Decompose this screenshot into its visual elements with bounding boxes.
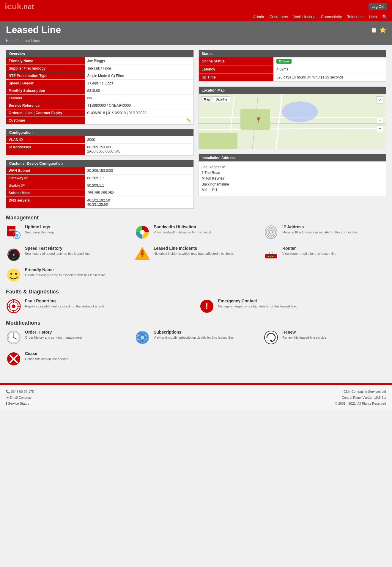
overview-table: Friendly Name Joe Bloggs Supplier / Tech…	[6, 57, 193, 124]
emergency-svg: !	[199, 299, 215, 314]
emergency-icon: !	[199, 299, 215, 314]
card-renew[interactable]: Renew Renew this leased line service.	[263, 330, 386, 345]
card-title-ip-address: IP Address	[282, 224, 358, 229]
svg-text:!: !	[205, 301, 208, 310]
nav-connectivity[interactable]: Connectivity	[321, 15, 342, 19]
status-label-1: Latency	[199, 65, 274, 73]
config-value-0: 3000	[85, 136, 193, 144]
footer-status[interactable]: ℹ Service Status	[6, 401, 34, 407]
device-config-panel: Customer Device Configuration WAN Subnet…	[6, 160, 194, 209]
footer-phone: 📞 0345 00 99 175	[6, 389, 34, 395]
map-zoom-minus-icon[interactable]: −	[377, 125, 383, 132]
footer-left: 📞 0345 00 99 175 ✉ Email Contacts ℹ Serv…	[6, 389, 34, 406]
footer-email[interactable]: ✉ Email Contacts	[6, 395, 34, 401]
map-expand-icon[interactable]: ⤢	[376, 96, 383, 103]
map-btn-map[interactable]: Map	[201, 96, 213, 102]
table-row: Gateway IP 80.209.1.1	[6, 175, 193, 182]
map-btn-satellite[interactable]: Satellite	[213, 96, 230, 102]
device-value-4: 46.102.192.5046.33.128.50	[85, 197, 193, 208]
router-svg	[263, 246, 279, 261]
overview-label-6: Service Reference	[6, 102, 85, 109]
incidents-icon: !	[135, 246, 150, 261]
cease-svg	[6, 351, 21, 367]
card-bandwidth[interactable]: Bandwidth Utilisation View bandwidth uti…	[135, 224, 257, 240]
table-row: Up Time 326 days 14 hours 34 minutes 29 …	[199, 73, 386, 81]
card-desc-bandwidth: View bandwidth utilisation for this circ…	[154, 230, 212, 235]
card-emergency-contact[interactable]: ! Emergency Contact Manage emergency con…	[199, 299, 386, 314]
card-text-renew: Renew Renew this leased line service.	[282, 330, 327, 340]
card-desc-fault-reporting: Report a possible fault or check on the …	[25, 304, 105, 309]
table-row: Failover No	[6, 95, 193, 102]
card-speed-test[interactable]: 80 Speed Test History See history of spe…	[6, 246, 129, 261]
card-incidents[interactable]: ! Leased Line Incidents Historical incid…	[135, 246, 257, 261]
table-row: DNS servers 46.102.192.5046.33.128.50	[6, 197, 193, 208]
management-title: Management	[6, 215, 386, 221]
card-order-history[interactable]: Order History Order history and contact …	[6, 330, 129, 345]
card-title-router: Router	[282, 246, 337, 251]
table-row: Online Status Online	[199, 57, 386, 65]
svg-point-38	[15, 273, 17, 275]
card-uptime-logs[interactable]: LOGS 🌐 Uptime Logs See connection logs.	[6, 224, 129, 240]
nav-help[interactable]: Help	[369, 15, 377, 19]
nav-admin[interactable]: Admin	[253, 15, 264, 19]
logo-net: .net	[21, 3, 34, 11]
breadcrumb: Home / Leased Lines	[0, 38, 392, 45]
speed-svg: 80	[6, 246, 21, 261]
overview-value-3: 1 Gbps / 1 Gbps	[85, 80, 193, 87]
card-text-fault-reporting: Fault Reporting Report a possible fault …	[25, 299, 105, 309]
logo-icuk: icuk	[5, 2, 21, 11]
table-row: Speed / Bearer 1 Gbps / 1 Gbps	[6, 80, 193, 87]
svg-point-21	[270, 230, 273, 234]
overview-value-7: 01/08/2018 | 01/10/2018 | 01/10/2022	[85, 109, 193, 117]
overview-value-0: Joe Bloggs	[85, 57, 193, 65]
modifications-cards-bottom: Cease Cease this leased line service.	[6, 351, 386, 367]
star-icon[interactable]: ⭐	[380, 27, 386, 33]
card-ip-address[interactable]: IP Address Manage IP addresses associate…	[263, 224, 386, 240]
bandwidth-icon	[135, 224, 150, 240]
card-desc-speed-test: See history of speed tests on this lease…	[25, 252, 91, 256]
card-text-uptime-logs: Uptime Logs See connection logs.	[25, 224, 55, 235]
svg-rect-8	[199, 133, 237, 149]
svg-point-17	[140, 230, 145, 235]
table-row: IP Addresses 80.209.153.0/312A00:0000:00…	[6, 144, 193, 155]
card-desc-incidents: Historical incidents which may have affe…	[154, 252, 234, 256]
device-value-1: 80.209.1.1	[85, 175, 193, 182]
search-icon[interactable]: 🔍	[382, 14, 387, 19]
config-table: VLAN ID 3000 IP Addresses 80.209.153.0/3…	[6, 136, 193, 155]
nav-telecoms[interactable]: Telecoms	[347, 15, 363, 19]
card-friendly-name[interactable]: Friendly Name Create a friendly name to …	[6, 267, 129, 283]
device-label-0: WAN Subnet	[6, 167, 85, 175]
logout-button[interactable]: Log Out	[369, 3, 387, 10]
edit-icon[interactable]: ✏️	[187, 118, 191, 122]
svg-point-9	[282, 101, 318, 122]
two-col-layout: Overview Friendly Name Joe Bloggs Suppli…	[6, 50, 386, 209]
table-row: Supplier / Technology TalkTalk / Fibre	[6, 65, 193, 72]
modifications-cards-top: Order History Order history and contact …	[6, 330, 386, 345]
svg-point-45	[12, 304, 15, 308]
table-row: Latency 4.02ms	[199, 65, 386, 73]
card-text-subscriptions: Subscriptions View and modify subscripti…	[154, 330, 234, 340]
nav-customers[interactable]: Customers	[269, 15, 288, 19]
overview-label-7: Ordered | Live | Contract Expiry	[6, 109, 85, 117]
top-header: icuk.net Log Out	[0, 0, 392, 13]
svg-point-37	[10, 273, 12, 275]
nav-webhosting[interactable]: Web Hosting	[293, 15, 315, 19]
map-zoom-plus-icon[interactable]: +	[377, 117, 383, 124]
table-row: NTE Presentation Type Single Mode (LC) F…	[6, 72, 193, 80]
breadcrumb-home[interactable]: Home	[6, 39, 15, 43]
card-title-uptime-logs: Uptime Logs	[25, 224, 55, 229]
fault-svg	[6, 299, 21, 314]
status-label-0: Online Status	[199, 57, 274, 65]
card-text-ip-address: IP Address Manage IP addresses associate…	[282, 224, 358, 235]
card-router[interactable]: Router View router details for this leas…	[263, 246, 386, 261]
card-subscriptions[interactable]: Subscriptions View and modify subscripti…	[135, 330, 257, 345]
overview-label-4: Monthly Subscription	[6, 87, 85, 95]
card-cease[interactable]: Cease Cease this leased line service.	[6, 351, 129, 367]
map-placeholder: 📍 Map Satellite ⤢ + −	[199, 94, 386, 149]
table-row: VLAN ID 3000	[6, 136, 193, 144]
page-title-bar: Leased Line 📋 ⭐	[0, 21, 392, 38]
card-fault-reporting[interactable]: Fault Reporting Report a possible fault …	[6, 299, 193, 314]
bookmark-icon[interactable]: 📋	[371, 27, 377, 33]
faults-cards: Fault Reporting Report a possible fault …	[6, 299, 386, 314]
logo: icuk.net	[5, 2, 34, 11]
